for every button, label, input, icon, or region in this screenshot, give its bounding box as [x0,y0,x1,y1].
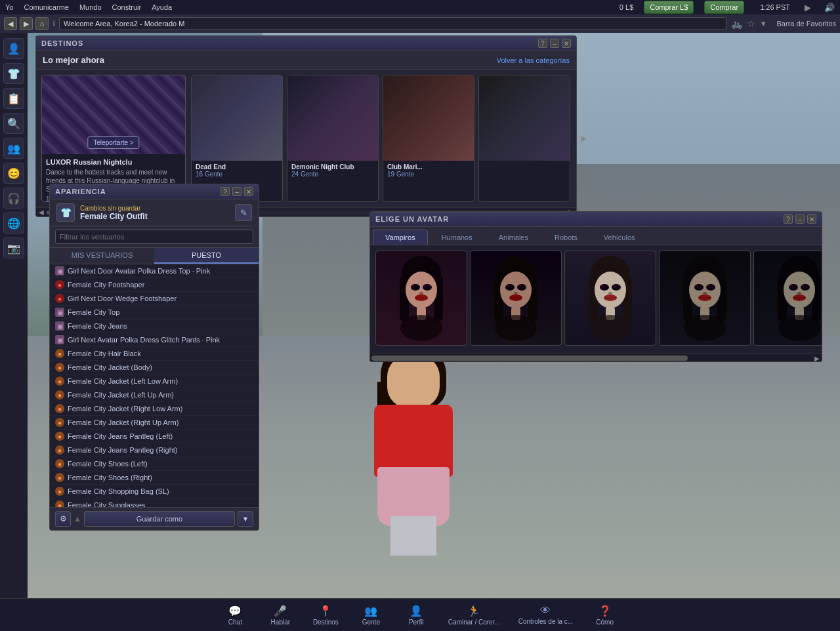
avatar-close-btn[interactable]: ✕ [807,214,816,224]
stream-icon[interactable]: ▶ [805,3,811,12]
avatar-card-1[interactable] [375,251,467,346]
bottom-btn-destinos[interactable]: 📍 Destinos [304,602,347,628]
bottom-label-controles: Controles de la c... [518,618,573,625]
avatar-card-2[interactable] [470,251,562,346]
avatar-card-5[interactable] [753,251,822,346]
save-as-button[interactable]: Guardar como [84,511,235,527]
menu-mundo[interactable]: Mundo [79,3,102,11]
destination-featured[interactable]: Teleportarte > LUXOR Russian Nightclu Da… [41,75,186,202]
apariencia-item-0[interactable]: ▣Girl Next Door Avatar Polka Dress Top ·… [50,264,259,278]
apariencia-close-btn[interactable]: ✕ [244,187,253,196]
apariencia-item-4[interactable]: ▣Female City Jeans [50,319,259,333]
avatar-tab-vampiros[interactable]: Vampiros [373,230,428,245]
apariencia-item-11[interactable]: ●Female City Jacket (Right Up Arm) [50,416,259,430]
avatar-card-3[interactable] [564,251,656,346]
destination-card-3[interactable]: Club Mari... 19 Gente [383,75,474,202]
apariencia-item-2[interactable]: ●Girl Next Door Wedge Footshaper [50,292,259,306]
avatar-tab-animales[interactable]: Animales [486,230,541,245]
bottom-btn-controles[interactable]: 👁 Controles de la c... [511,602,581,628]
destinos-minimize-btn[interactable]: – [550,39,559,48]
item-name-17: Female City Sunglasses [68,501,146,507]
apariencia-item-3[interactable]: ▣Female City Top [50,306,259,319]
avatar-tab-robots[interactable]: Robots [542,230,590,245]
gear-button[interactable]: ⚙ [55,511,71,527]
apariencia-items-list[interactable]: ▣Girl Next Door Avatar Polka Dress Top ·… [50,264,259,507]
apariencia-item-1[interactable]: ●Female City Footshaper [50,278,259,292]
apariencia-item-13[interactable]: ●Female City Jeans Pantleg (Right) [50,443,259,457]
bottom-btn-gente[interactable]: 👥 Gente [350,602,392,628]
item-name-1: Female City Footshaper [68,281,144,289]
apariencia-help-btn[interactable]: ? [220,187,230,196]
bookmark-icon[interactable]: ☆ [747,18,755,29]
sidebar-icon-profile[interactable]: 😊 [3,163,24,184]
sidebar-icon-search[interactable]: 🔍 [3,113,24,134]
destination-card-4[interactable] [478,75,570,202]
item-name-7: Female City Jacket (Body) [68,363,152,371]
dest-card-img-4 [479,75,570,161]
sidebar-icon-headset[interactable]: 🎧 [3,188,24,209]
sidebar-icon-clothing[interactable]: 👕 [3,63,24,84]
destinos-scroll-left[interactable]: ◀ [39,209,44,216]
item-name-6: Female City Hair Black [68,350,141,357]
sidebar-icon-inventory[interactable]: 📋 [3,88,24,109]
location-input[interactable] [59,17,726,30]
apariencia-item-17[interactable]: ●Female City Sunglasses [50,499,259,507]
back-button[interactable]: ◀ [4,17,17,30]
menu-comunicarme[interactable]: Comunicarme [24,3,68,11]
sidebar-icon-camera[interactable]: 📷 [3,237,24,258]
outfit-name-label: Female City Outfit [80,212,230,221]
menu-construir[interactable]: Construir [112,3,142,11]
apariencia-item-9[interactable]: ●Female City Jacket (Left Up Arm) [50,388,259,402]
sidebar-icon-people[interactable]: 👥 [3,138,24,159]
bottom-btn-chat[interactable]: 💬 Chat [214,602,257,628]
teleport-button[interactable]: Teleportarte > [87,136,139,149]
apariencia-search-input[interactable] [55,230,253,244]
save-arrow-button[interactable]: ▼ [238,511,253,527]
apariencia-item-6[interactable]: ●Female City Hair Black [50,347,259,361]
avatar-tab-vehículos[interactable]: Vehículos [591,230,648,245]
buy-button[interactable]: Comprar [704,1,744,14]
apariencia-item-14[interactable]: ●Female City Shoes (Left) [50,457,259,471]
apariencia-item-7[interactable]: ●Female City Jacket (Body) [50,361,259,375]
avatar-img-3 [565,251,656,345]
apariencia-item-15[interactable]: ●Female City Shoes (Right) [50,471,259,485]
destinos-close-btn[interactable]: ✕ [562,39,571,48]
sidebar-icon-location[interactable]: 🌐 [3,213,24,234]
destinos-back-link[interactable]: Volver a las categorías [497,56,570,64]
avatar-help-btn[interactable]: ? [784,214,793,224]
apariencia-item-8[interactable]: ●Female City Jacket (Left Low Arm) [50,375,259,388]
volume-icon[interactable]: 🔊 [824,3,835,12]
home-button[interactable]: ⌂ [35,17,49,30]
destinos-help-btn[interactable]: ? [538,39,547,48]
tab-puesto[interactable]: PUESTO [154,248,259,264]
apariencia-item-12[interactable]: ●Female City Jeans Pantleg (Left) [50,430,259,443]
bottom-btn-caminar[interactable]: 🏃 Caminar / Corer... [440,602,508,628]
item-name-9: Female City Jacket (Left Up Arm) [68,391,174,399]
bottom-btn-hablar[interactable]: 🎤 Hablar [259,602,302,628]
dest-count-3: 19 Gente [387,171,470,178]
avatar-card-4[interactable] [659,251,751,346]
apariencia-item-10[interactable]: ●Female City Jacket (Right Low Arm) [50,402,259,416]
bottom-btn-perfil[interactable]: 👤 Perfil [395,602,438,628]
sidebar-icon-person[interactable]: 👤 [3,38,24,59]
avatar-tab-humanos[interactable]: Humanos [429,230,485,245]
apariencia-minimize-btn[interactable]: – [232,187,242,196]
forward-button[interactable]: ▶ [20,17,33,30]
bottom-icon-caminar: 🏃 [467,605,480,617]
avatar-scroll-right[interactable]: ▶ [814,355,820,361]
destination-card-2[interactable]: Demonic Night Club 24 Gente [287,75,379,202]
edit-outfit-button[interactable]: ✎ [235,204,252,221]
apariencia-footer: ⚙ ▲ Guardar como ▼ [50,507,259,530]
destinos-scroll-right[interactable]: ▶ [578,134,589,143]
destination-card-1[interactable]: Dead End 16 Gente [191,75,283,202]
tab-mis-vestuarios[interactable]: MIS VESTUARIOS [50,248,154,264]
buy-lindens-button[interactable]: Comprar L$ [644,1,694,14]
menu-yo[interactable]: Yo [5,3,13,11]
dest-count-2: 24 Gente [291,171,374,178]
menu-ayuda[interactable]: Ayuda [152,3,172,11]
apariencia-item-5[interactable]: ▣Girl Next Avatar Polka Dress Glitch Pan… [50,333,259,347]
avatar-minimize-btn[interactable]: – [795,214,805,224]
avatar-scrollbar[interactable]: ▶ [370,354,822,361]
apariencia-item-16[interactable]: ●Female City Shopping Bag (SL) [50,485,259,499]
bottom-btn-como[interactable]: ❓ Cómo [583,602,626,628]
